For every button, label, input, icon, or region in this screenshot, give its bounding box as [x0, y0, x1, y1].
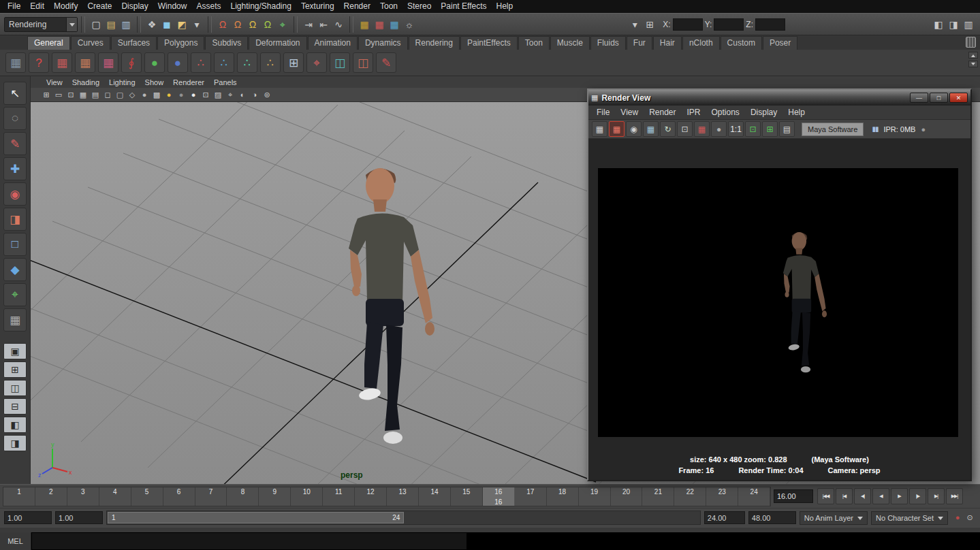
menu-mode-selector[interactable]: Rendering: [4, 17, 78, 32]
timeline-frame-cell[interactable]: 17 17: [515, 487, 547, 506]
render-current-frame-icon[interactable]: ▦: [372, 17, 387, 32]
show-tool-settings-icon[interactable]: ◨: [946, 17, 961, 32]
move-tool[interactable]: ✚: [3, 157, 27, 180]
render-globals-shelf-icon[interactable]: ▦: [5, 52, 26, 73]
use-all-lights-icon[interactable]: ●: [163, 89, 175, 101]
menubar-item[interactable]: Stereo: [402, 0, 436, 13]
shelf-tab[interactable]: Curves: [71, 36, 110, 50]
timeline-frame-cell[interactable]: 23 23: [706, 487, 738, 506]
timeline-frame-cell[interactable]: 15 15: [451, 487, 483, 506]
menubar-item[interactable]: Window: [153, 0, 192, 13]
character-set-dropdown[interactable]: No Character Set: [871, 511, 948, 525]
last-tool-used[interactable]: ▦: [3, 308, 27, 331]
lasso-select-tool[interactable]: ◌: [3, 107, 27, 130]
selection-mask-dropdown-icon[interactable]: ▾: [189, 17, 204, 32]
pause-ipr-icon[interactable]: ▮▮: [872, 125, 878, 133]
menubar-item[interactable]: File: [3, 0, 25, 13]
joint-xray-icon[interactable]: ⌖: [224, 89, 236, 101]
close-button[interactable]: ✕: [949, 93, 968, 103]
shelf-tab[interactable]: PaintEffects: [460, 36, 518, 50]
shelf-scroll-down-icon[interactable]: [968, 61, 978, 67]
go-to-playback-start-button[interactable]: |◀◀: [817, 488, 834, 504]
animation-preferences-icon[interactable]: ⊙: [964, 512, 976, 524]
menubar-item[interactable]: Toon: [375, 0, 402, 13]
menubar-item[interactable]: Paint Effects: [436, 0, 491, 13]
shading-network-icon[interactable]: ∴: [191, 52, 211, 73]
snap-to-curve-icon[interactable]: Ω: [230, 17, 245, 32]
render-view-menu-item[interactable]: File: [591, 108, 615, 117]
timeline-frame-cell[interactable]: 24 24: [738, 487, 770, 506]
viewport-menu-item[interactable]: Panels: [209, 78, 242, 86]
utility-network-icon[interactable]: ∴: [237, 52, 257, 73]
menubar-item[interactable]: Texturing: [296, 0, 339, 13]
film-gate-icon[interactable]: ▭: [52, 89, 65, 101]
step-back-key-button[interactable]: ◀|: [854, 488, 871, 504]
range-slider-track[interactable]: 1 24: [106, 511, 701, 525]
layout-four-pane-button[interactable]: ⊞: [3, 361, 27, 378]
snap-to-view-plane-icon[interactable]: Ω: [260, 17, 275, 32]
timeline-frame-cell[interactable]: 2 2: [35, 487, 67, 506]
y-coordinate-field[interactable]: [714, 18, 744, 31]
maximize-button[interactable]: □: [930, 93, 948, 103]
rv-render-icon[interactable]: ▦: [592, 121, 607, 137]
soft-modification-tool[interactable]: ◆: [3, 258, 27, 281]
gate-mask-icon[interactable]: ▦: [77, 89, 89, 101]
open-scene-icon[interactable]: ▤: [104, 17, 118, 32]
render-view-menu-item[interactable]: Help: [783, 108, 810, 117]
layout-persp-outliner-button[interactable]: ◨: [3, 435, 27, 451]
minimize-button[interactable]: —: [910, 93, 928, 103]
wireframe-display-icon[interactable]: ◇: [126, 89, 138, 101]
shadows-display-icon[interactable]: ●: [175, 89, 187, 101]
ipr-render-current-frame-icon[interactable]: ▦: [387, 17, 402, 32]
rv-open-render-settings-icon[interactable]: ▤: [779, 121, 795, 137]
shelf-tab[interactable]: Surfaces: [111, 36, 157, 50]
gamma-icon[interactable]: ◑: [249, 89, 261, 101]
menubar-item[interactable]: Assets: [191, 0, 225, 13]
timeline-frame-cell[interactable]: 5 5: [131, 487, 163, 506]
timeline-frame-cell[interactable]: 21 21: [642, 487, 674, 506]
timeline-track[interactable]: 1 1 2 2 3 3 4 4 5 5 6 6 7 7 8 8 9 9 10 1…: [3, 487, 771, 506]
shelf-tab[interactable]: Fluids: [590, 36, 626, 50]
texture-network-icon[interactable]: ∴: [214, 52, 234, 73]
isolate-select-icon[interactable]: ⊡: [200, 89, 212, 101]
light-network-icon[interactable]: ∴: [260, 52, 281, 73]
shelf-tab[interactable]: Muscle: [550, 36, 590, 50]
input-line-operations-icon[interactable]: ▾: [627, 17, 642, 32]
shelf-tab[interactable]: Polygons: [157, 36, 204, 50]
shelf-scroll-up-icon[interactable]: [968, 52, 978, 59]
timeline-frame-cell[interactable]: 16 16: [483, 487, 515, 506]
render-view-menu-item[interactable]: Options: [706, 108, 745, 117]
menubar-item[interactable]: Edit: [25, 0, 49, 13]
universal-manipulator-tool[interactable]: □: [3, 233, 27, 256]
rv-ipr-render-icon[interactable]: ▦: [643, 121, 659, 137]
select-by-hierarchy-icon[interactable]: ❖: [144, 17, 159, 32]
timeline-frame-cell[interactable]: 7 7: [195, 487, 227, 506]
safe-action-icon[interactable]: ◻: [101, 89, 114, 101]
paint-brush-icon[interactable]: ✎: [376, 52, 396, 73]
open-render-view-icon[interactable]: ▦: [357, 17, 372, 32]
layout-two-pane-side-button[interactable]: ◫: [3, 380, 27, 396]
make-object-live-icon[interactable]: ⌖: [275, 17, 290, 32]
menubar-item[interactable]: Display: [116, 0, 153, 13]
shelf-tab[interactable]: Custom: [721, 36, 762, 50]
render-view-menu-item[interactable]: View: [615, 108, 644, 117]
go-to-playback-end-button[interactable]: ▶▶|: [946, 488, 963, 504]
scale-tool[interactable]: ◨: [3, 208, 27, 231]
output-connections-icon[interactable]: ⇤: [316, 17, 331, 32]
constraint-pin-icon[interactable]: ⌖: [306, 52, 327, 73]
timeline-frame-cell[interactable]: 3 3: [67, 487, 99, 506]
rv-snapshot-icon[interactable]: ◉: [626, 121, 642, 137]
play-forwards-button[interactable]: ▶: [891, 488, 908, 504]
shelf-tab[interactable]: Poser: [763, 36, 797, 50]
paint-effects-panel-icon[interactable]: ∮: [121, 52, 142, 73]
display-render-settings-icon[interactable]: ☼: [402, 17, 417, 32]
menubar-item[interactable]: Modify: [49, 0, 82, 13]
render-current-frame-shelf-icon[interactable]: ▦: [52, 52, 72, 73]
timeline-frame-cell[interactable]: 6 6: [163, 487, 195, 506]
select-by-object-icon[interactable]: ◼: [159, 17, 174, 32]
absolute-transform-icon[interactable]: ⊞: [642, 17, 657, 32]
shelf-tab[interactable]: General: [27, 36, 70, 50]
anim-layer-dropdown[interactable]: No Anim Layer: [800, 511, 868, 525]
command-input-field[interactable]: [31, 532, 467, 550]
input-connections-icon[interactable]: ⇥: [301, 17, 316, 32]
